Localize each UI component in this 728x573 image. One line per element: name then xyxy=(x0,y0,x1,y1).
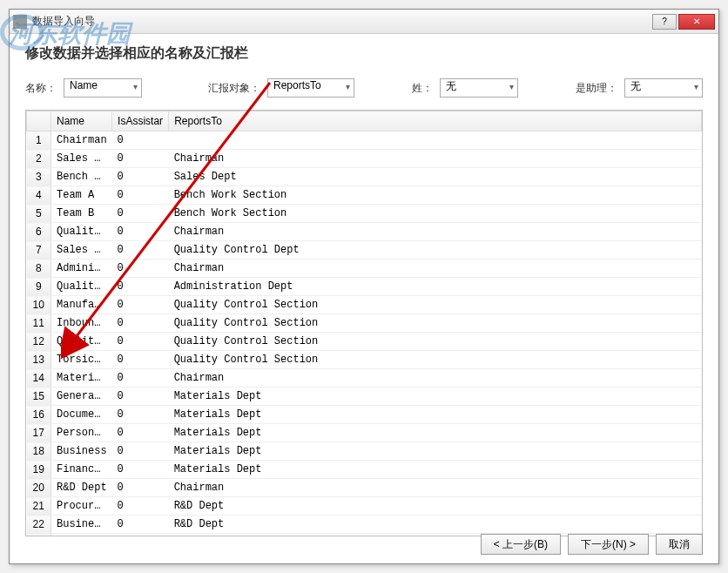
assistant-select[interactable]: 无 xyxy=(624,78,703,98)
assist-cell[interactable]: 0 xyxy=(112,369,169,388)
name-cell[interactable]: Inboun… xyxy=(51,314,112,333)
table-row[interactable]: 15Genera…0Materials Dept xyxy=(27,388,702,406)
assist-cell[interactable]: 0 xyxy=(112,168,169,186)
name-cell[interactable]: Admini… xyxy=(51,260,112,278)
table-row[interactable]: 5Team B0Bench Work Section xyxy=(27,205,702,223)
reports-cell[interactable]: Materials Dept xyxy=(169,461,702,479)
surname-select[interactable]: 无 xyxy=(440,78,518,98)
table-row[interactable]: 21Procur…0R&D Dept xyxy=(27,497,702,516)
name-cell[interactable]: Financ… xyxy=(51,461,112,479)
help-button[interactable]: ? xyxy=(652,14,677,30)
reports-cell[interactable]: Chairman xyxy=(169,150,702,168)
reports-cell[interactable]: R&D Dept xyxy=(169,497,702,516)
table-row[interactable]: 16Docume…0Materials Dept xyxy=(27,406,702,424)
name-cell[interactable]: Sales … xyxy=(51,150,112,168)
assist-cell[interactable]: 0 xyxy=(112,223,169,241)
table-row[interactable]: 13Torsic…0Quality Control Section xyxy=(27,351,702,369)
name-cell[interactable]: Manufa… xyxy=(51,296,112,314)
reports-cell[interactable]: Materials Dept xyxy=(169,424,702,442)
table-row[interactable]: 10Manufa…0Quality Control Section xyxy=(27,296,702,314)
table-row[interactable]: 8Admini…0Chairman xyxy=(27,260,702,278)
reports-cell[interactable]: Materials Dept xyxy=(169,442,702,461)
name-cell[interactable]: Materi… xyxy=(51,369,112,388)
assist-cell[interactable]: 0 xyxy=(112,479,169,497)
reports-cell[interactable]: Chairman xyxy=(169,369,702,388)
name-cell[interactable]: Qualit… xyxy=(51,223,112,241)
table-row[interactable]: 11Inboun…0Quality Control Section xyxy=(27,314,702,333)
assist-cell[interactable]: 0 xyxy=(112,150,169,168)
prev-button[interactable]: < 上一步(B) xyxy=(481,534,561,555)
table-row[interactable]: 4Team A0Bench Work Section xyxy=(27,186,702,205)
name-cell[interactable]: Qualit… xyxy=(51,278,112,296)
reports-cell[interactable]: Bench Work Section xyxy=(169,205,702,223)
assist-cell[interactable]: 0 xyxy=(112,131,169,150)
assist-cell[interactable]: 0 xyxy=(112,186,169,205)
data-table-container[interactable]: Name IsAssistar ReportsTo 1Chairman02Sal… xyxy=(25,110,703,536)
reports-cell[interactable]: Chairman xyxy=(169,479,702,497)
reports-cell[interactable]: Materials Dept xyxy=(169,388,702,406)
assist-cell[interactable]: 0 xyxy=(112,534,169,537)
assist-cell[interactable]: 0 xyxy=(112,260,169,278)
name-cell[interactable]: Procur… xyxy=(51,497,112,516)
reports-cell[interactable]: Administration Dept xyxy=(169,278,702,296)
reports-cell[interactable]: Quality Control Dept xyxy=(169,241,702,260)
table-row[interactable]: 18Business0Materials Dept xyxy=(27,442,702,461)
cancel-button[interactable]: 取消 xyxy=(656,534,703,555)
reports-cell[interactable]: R&D Dept xyxy=(169,516,702,534)
table-row[interactable]: 1Chairman0 xyxy=(27,131,702,150)
table-row[interactable]: 20R&D Dept0Chairman xyxy=(27,479,702,497)
next-button[interactable]: 下一步(N) > xyxy=(568,534,649,555)
reports-cell[interactable]: Chairman xyxy=(169,260,702,278)
table-row[interactable]: 7Sales …0Quality Control Dept xyxy=(27,241,702,260)
assist-cell[interactable]: 0 xyxy=(112,442,169,461)
name-cell[interactable]: Business xyxy=(51,442,112,461)
reports-cell[interactable] xyxy=(169,131,702,150)
reports-cell[interactable]: Quality Control Section xyxy=(169,314,702,333)
table-row[interactable]: 2Sales …0Chairman xyxy=(27,150,702,168)
assist-cell[interactable]: 0 xyxy=(112,351,169,369)
col-rownum[interactable] xyxy=(27,111,51,131)
assist-cell[interactable]: 0 xyxy=(112,296,169,314)
name-select[interactable]: Name xyxy=(64,78,142,98)
name-cell[interactable]: Steel … xyxy=(51,534,112,537)
col-isassistant[interactable]: IsAssistar xyxy=(112,111,169,131)
assist-cell[interactable]: 0 xyxy=(112,424,169,442)
assist-cell[interactable]: 0 xyxy=(112,461,169,479)
reports-cell[interactable]: Bench Work Section xyxy=(169,186,702,205)
assist-cell[interactable]: 0 xyxy=(112,388,169,406)
table-row[interactable]: 6Qualit…0Chairman xyxy=(27,223,702,241)
name-cell[interactable]: Bench … xyxy=(51,168,112,186)
assist-cell[interactable]: 0 xyxy=(112,333,169,351)
name-cell[interactable]: Genera… xyxy=(51,388,112,406)
assist-cell[interactable]: 0 xyxy=(112,406,169,424)
table-row[interactable]: 9Qualit…0Administration Dept xyxy=(27,278,702,296)
name-cell[interactable]: Sales … xyxy=(51,241,112,260)
table-row[interactable]: 17Person…0Materials Dept xyxy=(27,424,702,442)
assist-cell[interactable]: 0 xyxy=(112,516,169,534)
name-cell[interactable]: Torsic… xyxy=(51,351,112,369)
assist-cell[interactable]: 0 xyxy=(112,314,169,333)
reports-cell[interactable]: Quality Control Section xyxy=(169,333,702,351)
col-reportsto[interactable]: ReportsTo xyxy=(169,111,702,131)
table-row[interactable]: 12Qualit…0Quality Control Section xyxy=(27,333,702,351)
table-row[interactable]: 14Materi…0Chairman xyxy=(27,369,702,388)
assist-cell[interactable]: 0 xyxy=(112,278,169,296)
name-cell[interactable]: Team B xyxy=(51,205,112,223)
col-name[interactable]: Name xyxy=(51,111,112,131)
table-row[interactable]: 3Bench …0Sales Dept xyxy=(27,168,702,186)
reports-cell[interactable]: Quality Control Section xyxy=(169,296,702,314)
assist-cell[interactable]: 0 xyxy=(112,241,169,260)
name-cell[interactable]: Person… xyxy=(51,424,112,442)
assist-cell[interactable]: 0 xyxy=(112,205,169,223)
assist-cell[interactable]: 0 xyxy=(112,497,169,516)
reports-cell[interactable]: Chairman xyxy=(169,223,702,241)
close-button[interactable]: ✕ xyxy=(678,14,715,30)
reports-cell[interactable]: Materials Dept xyxy=(169,406,702,424)
reports-cell[interactable]: Quality Control Section xyxy=(169,351,702,369)
table-row[interactable]: 22Busine…0R&D Dept xyxy=(27,516,702,534)
name-cell[interactable]: Team A xyxy=(51,186,112,205)
table-row[interactable]: 19Financ…0Materials Dept xyxy=(27,461,702,479)
name-cell[interactable]: Busine… xyxy=(51,516,112,534)
reports-cell[interactable]: Sales Dept xyxy=(169,168,702,186)
name-cell[interactable]: R&D Dept xyxy=(51,479,112,497)
